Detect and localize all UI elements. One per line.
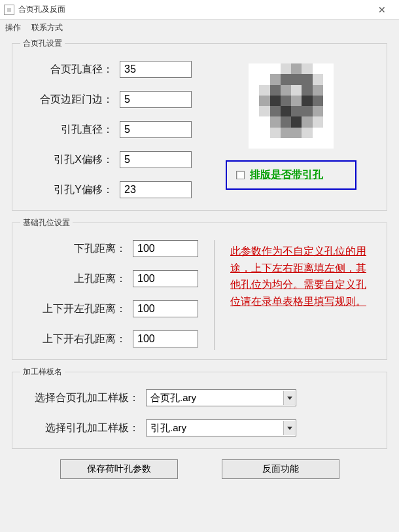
combo-tpl-pilot[interactable]: 引孔.ary — [146, 419, 296, 436]
input-ud-left-dist[interactable] — [133, 300, 198, 317]
chevron-down-icon[interactable] — [283, 391, 295, 405]
label-down-dist: 下孔距离： — [22, 242, 126, 256]
client-area: 合页孔设置 合页孔直径： 合页边距门边： 引孔直径： — [0, 35, 399, 532]
input-hinge-diameter[interactable] — [120, 61, 192, 78]
window: 合页孔及反面 ✕ 操作 联系方式 合页孔设置 合页孔直径： 合页边距门边： — [0, 0, 399, 532]
label-tpl-hinge: 选择合页孔加工样板： — [22, 391, 139, 405]
label-up-dist: 上孔距离： — [22, 272, 126, 286]
input-pilot-y[interactable] — [120, 181, 192, 198]
label-pilot-diameter: 引孔直径： — [22, 123, 113, 137]
button-row: 保存荷叶孔参数 反面功能 — [12, 455, 387, 479]
combo-tpl-hinge[interactable]: 合页孔.ary — [146, 389, 296, 406]
label-hinge-edge: 合页边距门边： — [22, 93, 113, 107]
input-up-dist[interactable] — [133, 270, 198, 287]
vertical-divider — [214, 240, 215, 350]
label-pilot-x: 引孔X偏移： — [22, 153, 113, 167]
chevron-down-icon[interactable] — [283, 421, 295, 435]
legend-template: 加工样板名 — [20, 366, 65, 378]
label-tpl-pilot: 选择引孔加工样板： — [22, 421, 139, 435]
close-button[interactable]: ✕ — [369, 1, 395, 18]
label-hinge-diameter: 合页孔直径： — [22, 63, 113, 77]
menu-contact[interactable]: 联系方式 — [31, 22, 63, 33]
group-base-hole-settings: 基础孔位设置 下孔距离： 上孔距离： 上下开左孔距离： — [12, 217, 387, 360]
window-title: 合页孔及反面 — [18, 4, 369, 15]
label-ud-left-dist: 上下开左孔距离： — [22, 302, 126, 316]
group-template-name: 加工样板名 选择合页孔加工样板： 合页孔.ary 选择引孔加工样板： 引孔.ar… — [12, 366, 387, 449]
reverse-button[interactable]: 反面功能 — [222, 459, 339, 479]
legend-base: 基础孔位设置 — [20, 217, 73, 228]
input-down-dist[interactable] — [133, 240, 198, 257]
input-ud-right-dist[interactable] — [133, 330, 198, 347]
group-hinge-settings: 合页孔设置 合页孔直径： 合页边距门边： 引孔直径： — [12, 38, 387, 211]
combo-tpl-pilot-value: 引孔.ary — [150, 422, 186, 434]
input-pilot-x[interactable] — [120, 151, 192, 168]
menu-operate[interactable]: 操作 — [5, 22, 21, 33]
base-hole-note: 此参数作为不自定义孔位的用途，上下左右距离填左侧，其他孔位为均分。需要自定义孔位… — [230, 240, 377, 350]
app-icon — [4, 5, 14, 15]
label-pilot-y: 引孔Y偏移： — [22, 183, 113, 197]
checkbox-label: 排版是否带引孔 — [250, 168, 323, 182]
hinge-preview-image — [249, 63, 334, 149]
label-ud-right-dist: 上下开右孔距离： — [22, 332, 126, 346]
checkbox-icon[interactable] — [236, 171, 245, 179]
combo-tpl-hinge-value: 合页孔.ary — [150, 392, 196, 404]
input-hinge-edge[interactable] — [120, 91, 192, 108]
input-pilot-diameter[interactable] — [120, 121, 192, 138]
menubar: 操作 联系方式 — [0, 20, 399, 35]
checkbox-layout-pilot[interactable]: 排版是否带引孔 — [226, 160, 356, 190]
save-button[interactable]: 保存荷叶孔参数 — [60, 459, 178, 479]
legend-hinge: 合页孔设置 — [20, 38, 65, 49]
titlebar: 合页孔及反面 ✕ — [0, 0, 399, 20]
